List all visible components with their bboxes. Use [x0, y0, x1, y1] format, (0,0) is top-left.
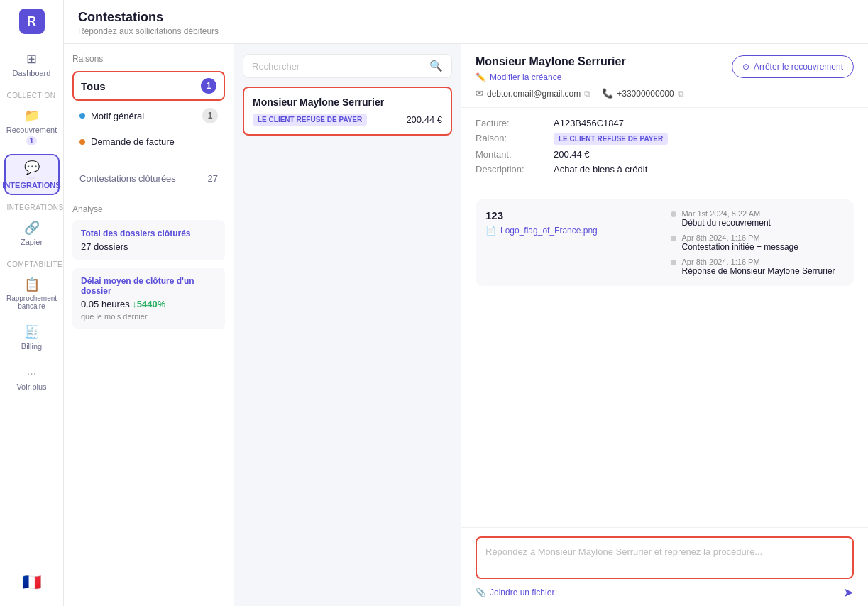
sidebar-item-zapier[interactable]: 🔗 Zapier [4, 214, 60, 252]
raisons-title: Raisons [72, 54, 225, 64]
app-logo: R [19, 9, 45, 34]
facture-value: A123B456C1847 [554, 118, 624, 128]
reply-box[interactable]: Répondez à Monsieur Maylone Serrurier et… [476, 536, 854, 579]
more-icon: ··· [27, 368, 36, 380]
raison-info-label: Raison: [476, 133, 554, 143]
event-date-0: Mar 1st 2024, 8:22 AM [682, 209, 771, 218]
montant-row: Montant: 200.44 € [476, 149, 854, 160]
reply-actions: 📎 Joindre un fichier ➤ [476, 585, 854, 600]
contestations-icon: 💬 [24, 160, 40, 175]
flag-icon: 🇫🇷 [22, 573, 41, 592]
event-dot-1 [671, 236, 676, 241]
paperclip-icon: 📎 [476, 588, 486, 597]
file-name: Logo_flag_of_France.png [500, 226, 598, 236]
phone-copy-icon[interactable]: ⧉ [678, 89, 684, 99]
raison-item-motif[interactable]: Motif général 1 [72, 102, 225, 129]
stat-total-value: 27 dossiers [81, 241, 216, 252]
facture-label: Facture: [476, 118, 554, 128]
stop-recouvrement-btn[interactable]: ⊙ Arrêter le recouvrement [732, 55, 854, 78]
stat-delai-value: 0.05 heures ↓5440% [81, 299, 216, 309]
contestations-badge [28, 177, 35, 179]
raison-item-tous[interactable]: Tous 1 [72, 71, 225, 101]
cloturees-label: Contestations clôturées [79, 173, 176, 184]
phone-contact: 📞 +33000000000 ⧉ [602, 88, 683, 99]
page-subtitle: Répondez aux sollicitations débiteurs [78, 26, 854, 36]
raison-item-facture[interactable]: Demande de facture [72, 131, 225, 153]
timeline-event-0: Mar 1st 2024, 8:22 AM Début du recouvrem… [671, 209, 845, 228]
event-label-1: Contestation initiée + message [682, 242, 798, 252]
zapier-label: Zapier [21, 238, 43, 246]
montant-value: 200.44 € [554, 149, 590, 160]
page-title: Contestations [78, 10, 854, 25]
timeline-id: 123 [485, 209, 659, 221]
integrations-section-label: INTEGRATIONS [4, 204, 60, 211]
detail-panel: Monsieur Maylone Serrurier ✏️ Modifier l… [461, 44, 868, 606]
dashboard-icon: ⊞ [26, 51, 37, 67]
search-bar[interactable]: Rechercher 🔍 [243, 54, 452, 78]
timeline-file[interactable]: 📄 Logo_flag_of_France.png [485, 226, 659, 236]
event-label-2: Réponse de Monsieur Maylone Serrurier [682, 266, 835, 276]
edit-icon: ✏️ [476, 72, 486, 82]
left-navigation: R ⊞ Dashboard COLLECTION 📁 Recouvrement … [0, 0, 64, 606]
raison-tous-count: 1 [201, 78, 216, 94]
divider-2 [72, 197, 225, 197]
cloturees-count: 27 [208, 173, 218, 184]
detail-client-name: Monsieur Maylone Serrurier [476, 55, 684, 68]
raisons-panel: Raisons Tous 1 Motif général 1 [64, 44, 234, 606]
email-contact: ✉ debtor.email@gmail.com ⧉ [476, 88, 590, 99]
contestations-label: INTEGRATIONS [2, 181, 60, 189]
page-header: Contestations Répondez aux sollicitation… [64, 0, 868, 44]
voir-plus-label: Voir plus [16, 382, 46, 391]
raison-motif-label: Motif général [91, 111, 144, 121]
email-icon: ✉ [476, 88, 483, 99]
search-icon[interactable]: 🔍 [429, 60, 443, 72]
stat-down-percent: ↓5440% [132, 299, 165, 309]
reply-area: Répondez à Monsieur Maylone Serrurier et… [461, 527, 868, 606]
modify-creance-btn[interactable]: ✏️ Modifier la créance [476, 72, 684, 82]
raison-row: Raison: LE CLIENT REFUSE DE PAYER [476, 133, 854, 145]
sidebar-item-voir-plus[interactable]: ··· Voir plus [4, 359, 60, 397]
send-btn[interactable]: ➤ [843, 585, 854, 600]
facture-row: Facture: A123B456C1847 [476, 118, 854, 128]
email-copy-icon[interactable]: ⧉ [584, 89, 590, 99]
three-column-layout: Raisons Tous 1 Motif général 1 [64, 44, 868, 606]
contestations-list-panel: Rechercher 🔍 Monsieur Maylone Serrurier … [234, 44, 461, 606]
stat-delai-title: Délai moyen de clôture d'un dossier [81, 276, 216, 296]
list-item-0[interactable]: Monsieur Maylone Serrurier LE CLIENT REF… [243, 87, 452, 136]
recouvrement-badge: 1 [26, 136, 38, 145]
comptabilite-section-label: COMPTABILITÉ [4, 260, 60, 268]
raison-tag: LE CLIENT REFUSE DE PAYER [554, 133, 668, 145]
reply-placeholder: Répondez à Monsieur Maylone Serrurier et… [485, 546, 762, 557]
zapier-icon: 🔗 [24, 220, 40, 236]
sidebar-item-dashboard[interactable]: ⊞ Dashboard [4, 45, 60, 83]
attach-file-btn[interactable]: 📎 Joindre un fichier [476, 588, 554, 597]
detail-timeline: 123 📄 Logo_flag_of_France.png Mar 1st 20… [461, 189, 868, 527]
stat-card-total: Total des dossiers clôturés 27 dossiers [72, 220, 225, 260]
sidebar-item-recouvrement[interactable]: 📁 Recouvrement 1 [4, 102, 60, 151]
event-date-1: Apr 8th 2024, 1:16 PM [682, 233, 798, 242]
billing-label: Billing [21, 342, 42, 351]
raison-motif-count: 1 [202, 108, 218, 123]
raison-facture-label: Demande de facture [91, 136, 175, 147]
list-item-client-name: Monsieur Maylone Serrurier [253, 97, 442, 108]
event-date-2: Apr 8th 2024, 1:16 PM [682, 258, 835, 266]
search-placeholder: Rechercher [252, 61, 300, 72]
sidebar-item-billing[interactable]: 🧾 Billing [4, 319, 60, 356]
billing-icon: 🧾 [24, 324, 40, 340]
folder-icon: 📁 [24, 108, 40, 123]
divider [72, 160, 225, 160]
description-row: Description: Achat de biens à crédit [476, 164, 854, 175]
facture-dot [79, 139, 85, 145]
timeline-event-1: Apr 8th 2024, 1:16 PM Contestation initi… [671, 233, 845, 252]
motif-dot [79, 113, 85, 119]
contestations-cloturees-row[interactable]: Contestations clôturées 27 [72, 167, 225, 189]
rapprochement-icon: 📋 [24, 277, 40, 292]
sidebar-item-contestations[interactable]: 💬 INTEGRATIONS [4, 154, 60, 195]
timeline-events: Mar 1st 2024, 8:22 AM Début du recouvrem… [671, 209, 845, 276]
sidebar-item-rapprochement[interactable]: 📋 Rapprochement bancaire [4, 271, 60, 316]
montant-label: Montant: [476, 149, 554, 160]
timeline-card: 123 📄 Logo_flag_of_France.png Mar 1st 20… [476, 199, 854, 286]
detail-client-info: Monsieur Maylone Serrurier ✏️ Modifier l… [476, 55, 684, 99]
timeline-left: 123 📄 Logo_flag_of_France.png [485, 209, 659, 276]
detail-info: Facture: A123B456C1847 Raison: LE CLIENT… [461, 108, 868, 189]
